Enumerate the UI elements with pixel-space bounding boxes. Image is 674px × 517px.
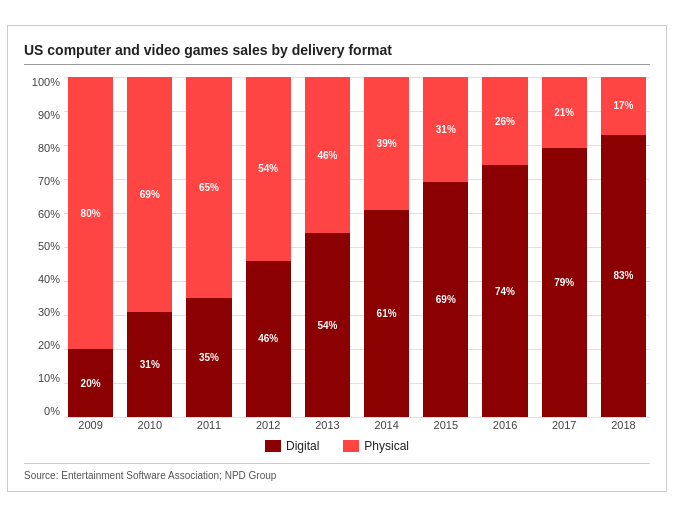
bar-digital-2015: 69% [423, 182, 468, 417]
bar-stack-2016: 26%74% [482, 77, 527, 417]
digital-label-2012: 46% [258, 333, 278, 344]
y-label-20: 20% [38, 340, 60, 351]
bar-stack-2012: 54%46% [246, 77, 291, 417]
physical-label-2011: 65% [199, 182, 219, 193]
bar-stack-2010: 69%31% [127, 77, 172, 417]
y-label-70: 70% [38, 176, 60, 187]
x-label-2016: 2016 [478, 419, 531, 431]
y-label-0: 0% [44, 406, 60, 417]
bar-col-2010: 69%31% [123, 77, 176, 417]
x-label-2014: 2014 [360, 419, 413, 431]
digital-color-box [265, 440, 281, 452]
bar-digital-2013: 54% [305, 233, 350, 417]
bar-digital-2017: 79% [542, 148, 587, 417]
legend-physical: Physical [343, 439, 409, 453]
bar-digital-2010: 31% [127, 312, 172, 417]
digital-label-2014: 61% [377, 308, 397, 319]
physical-label-2016: 26% [495, 116, 515, 127]
bar-stack-2014: 39%61% [364, 77, 409, 417]
bar-physical-2017: 21% [542, 77, 587, 148]
physical-label-2009: 80% [81, 208, 101, 219]
legend: Digital Physical [24, 439, 650, 453]
digital-label-2010: 31% [140, 359, 160, 370]
bar-col-2017: 21%79% [538, 77, 591, 417]
bar-digital-2018: 83% [601, 135, 646, 417]
x-label-2018: 2018 [597, 419, 650, 431]
bar-digital-2012: 46% [246, 261, 291, 417]
bar-physical-2016: 26% [482, 77, 527, 165]
bar-col-2016: 26%74% [478, 77, 531, 417]
bar-physical-2015: 31% [423, 77, 468, 182]
x-label-2009: 2009 [64, 419, 117, 431]
legend-digital-label: Digital [286, 439, 319, 453]
legend-physical-label: Physical [364, 439, 409, 453]
bar-digital-2009: 20% [68, 349, 113, 417]
digital-label-2015: 69% [436, 294, 456, 305]
y-label-60: 60% [38, 209, 60, 220]
bar-col-2014: 39%61% [360, 77, 413, 417]
y-label-80: 80% [38, 143, 60, 154]
x-label-2011: 2011 [182, 419, 235, 431]
digital-label-2013: 54% [317, 320, 337, 331]
bar-physical-2018: 17% [601, 77, 646, 135]
bar-physical-2009: 80% [68, 77, 113, 349]
x-label-2013: 2013 [301, 419, 354, 431]
x-label-2015: 2015 [419, 419, 472, 431]
y-label-30: 30% [38, 307, 60, 318]
physical-color-box [343, 440, 359, 452]
bar-stack-2018: 17%83% [601, 77, 646, 417]
physical-label-2015: 31% [436, 124, 456, 135]
bar-col-2012: 54%46% [242, 77, 295, 417]
y-label-50: 50% [38, 241, 60, 252]
physical-label-2013: 46% [317, 150, 337, 161]
bar-col-2011: 65%35% [182, 77, 235, 417]
bar-stack-2009: 80%20% [68, 77, 113, 417]
bar-stack-2013: 46%54% [305, 77, 350, 417]
physical-label-2018: 17% [613, 100, 633, 111]
bar-col-2015: 31%69% [419, 77, 472, 417]
bar-col-2009: 80%20% [64, 77, 117, 417]
legend-digital: Digital [265, 439, 319, 453]
y-label-100: 100% [32, 77, 60, 88]
digital-label-2011: 35% [199, 352, 219, 363]
bar-physical-2013: 46% [305, 77, 350, 233]
physical-label-2014: 39% [377, 138, 397, 149]
source-text: Source: Entertainment Software Associati… [24, 463, 650, 481]
bar-digital-2011: 35% [186, 298, 231, 417]
digital-label-2016: 74% [495, 286, 515, 297]
digital-label-2018: 83% [613, 270, 633, 281]
bar-physical-2014: 39% [364, 77, 409, 210]
bar-stack-2011: 65%35% [186, 77, 231, 417]
bar-physical-2011: 65% [186, 77, 231, 298]
y-label-10: 10% [38, 373, 60, 384]
bar-physical-2012: 54% [246, 77, 291, 261]
x-label-2017: 2017 [538, 419, 591, 431]
physical-label-2017: 21% [554, 107, 574, 118]
bar-col-2013: 46%54% [301, 77, 354, 417]
bar-digital-2014: 61% [364, 210, 409, 417]
chart-container: US computer and video games sales by del… [7, 25, 667, 492]
y-label-40: 40% [38, 274, 60, 285]
y-label-90: 90% [38, 110, 60, 121]
bar-stack-2015: 31%69% [423, 77, 468, 417]
digital-label-2017: 79% [554, 277, 574, 288]
bar-physical-2010: 69% [127, 77, 172, 312]
x-label-2012: 2012 [242, 419, 295, 431]
bar-col-2018: 17%83% [597, 77, 650, 417]
physical-label-2010: 69% [140, 189, 160, 200]
x-label-2010: 2010 [123, 419, 176, 431]
digital-label-2009: 20% [81, 378, 101, 389]
physical-label-2012: 54% [258, 163, 278, 174]
bar-stack-2017: 21%79% [542, 77, 587, 417]
chart-title: US computer and video games sales by del… [24, 42, 650, 65]
bar-digital-2016: 74% [482, 165, 527, 417]
